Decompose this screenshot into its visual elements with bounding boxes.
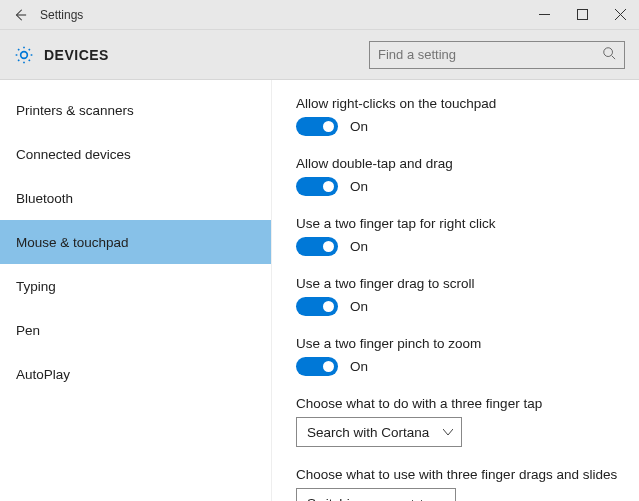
back-button[interactable] xyxy=(0,0,40,29)
minimize-icon xyxy=(539,9,550,20)
sidebar: Printers & scanners Connected devices Bl… xyxy=(0,80,272,501)
close-icon xyxy=(615,9,626,20)
search-input[interactable] xyxy=(378,47,602,62)
sidebar-item-label: AutoPlay xyxy=(16,367,70,382)
gear-icon xyxy=(14,45,34,65)
toggle-state: On xyxy=(350,179,368,194)
dropdown-value: Switching apps xyxy=(307,496,398,502)
content-panel: Allow right-clicks on the touchpad On Al… xyxy=(272,80,639,501)
option-three-finger-drag: Choose what to use with three finger dra… xyxy=(296,467,621,501)
dropdown-value: Search with Cortana xyxy=(307,425,429,440)
option-label: Choose what to do with a three finger ta… xyxy=(296,396,621,411)
maximize-icon xyxy=(577,9,588,20)
svg-rect-1 xyxy=(577,10,587,20)
toggle-state: On xyxy=(350,239,368,254)
close-button[interactable] xyxy=(601,0,639,29)
minimize-button[interactable] xyxy=(525,0,563,29)
option-label: Allow double-tap and drag xyxy=(296,156,621,171)
option-three-finger-tap: Choose what to do with a three finger ta… xyxy=(296,396,621,447)
sidebar-item-typing[interactable]: Typing xyxy=(0,264,271,308)
toggle-state: On xyxy=(350,359,368,374)
search-icon xyxy=(602,46,616,63)
sidebar-item-connected-devices[interactable]: Connected devices xyxy=(0,132,271,176)
option-two-finger-scroll: Use a two finger drag to scroll On xyxy=(296,276,621,316)
maximize-button[interactable] xyxy=(563,0,601,29)
section-title: DEVICES xyxy=(44,47,109,63)
svg-line-5 xyxy=(612,56,616,60)
option-two-finger-pinch: Use a two finger pinch to zoom On xyxy=(296,336,621,376)
sidebar-item-label: Typing xyxy=(16,279,56,294)
option-two-finger-tap: Use a two finger tap for right click On xyxy=(296,216,621,256)
sidebar-item-bluetooth[interactable]: Bluetooth xyxy=(0,176,271,220)
toggle-state: On xyxy=(350,299,368,314)
search-box[interactable] xyxy=(369,41,625,69)
sidebar-item-mouse-touchpad[interactable]: Mouse & touchpad xyxy=(0,220,271,264)
option-label: Allow right-clicks on the touchpad xyxy=(296,96,621,111)
app-title: Settings xyxy=(40,8,83,22)
toggle-state: On xyxy=(350,119,368,134)
sidebar-item-autoplay[interactable]: AutoPlay xyxy=(0,352,271,396)
chevron-down-icon xyxy=(443,427,453,438)
option-label: Choose what to use with three finger dra… xyxy=(296,467,621,482)
sidebar-item-label: Mouse & touchpad xyxy=(16,235,129,250)
header-bar: DEVICES xyxy=(0,30,639,80)
arrow-left-icon xyxy=(13,8,27,22)
svg-point-4 xyxy=(604,48,613,57)
sidebar-item-label: Printers & scanners xyxy=(16,103,134,118)
option-label: Use a two finger pinch to zoom xyxy=(296,336,621,351)
chevron-down-icon xyxy=(412,498,422,502)
option-double-tap-drag: Allow double-tap and drag On xyxy=(296,156,621,196)
option-label: Use a two finger tap for right click xyxy=(296,216,621,231)
sidebar-item-pen[interactable]: Pen xyxy=(0,308,271,352)
toggle-switch[interactable] xyxy=(296,117,338,136)
title-bar: Settings xyxy=(0,0,639,30)
option-label: Use a two finger drag to scroll xyxy=(296,276,621,291)
sidebar-item-label: Bluetooth xyxy=(16,191,73,206)
option-right-clicks: Allow right-clicks on the touchpad On xyxy=(296,96,621,136)
three-finger-tap-dropdown[interactable]: Search with Cortana xyxy=(296,417,462,447)
sidebar-item-label: Pen xyxy=(16,323,40,338)
sidebar-item-label: Connected devices xyxy=(16,147,131,162)
toggle-switch[interactable] xyxy=(296,237,338,256)
toggle-switch[interactable] xyxy=(296,297,338,316)
three-finger-drag-dropdown[interactable]: Switching apps xyxy=(296,488,456,501)
toggle-switch[interactable] xyxy=(296,177,338,196)
sidebar-item-printers[interactable]: Printers & scanners xyxy=(0,88,271,132)
toggle-switch[interactable] xyxy=(296,357,338,376)
